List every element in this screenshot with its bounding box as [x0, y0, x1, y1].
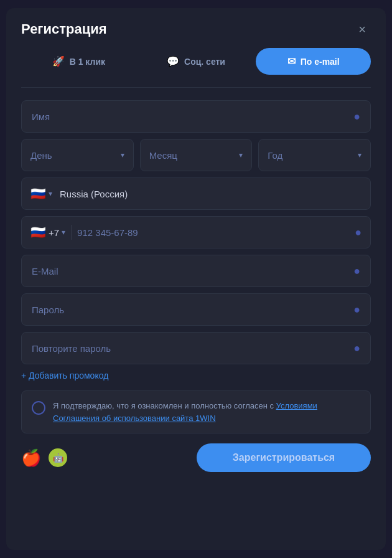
modal-title: Регистрация	[21, 21, 107, 37]
phone-flag-icon: 🇷🇺	[30, 225, 46, 240]
flag-dropdown[interactable]: 🇷🇺 ▾	[30, 186, 52, 201]
rocket-icon: 🚀	[52, 55, 65, 67]
email-input[interactable]	[32, 266, 348, 277]
year-select[interactable]: Год ▾	[258, 139, 371, 171]
year-chevron-icon: ▾	[358, 151, 362, 159]
email-field-container: ●	[21, 255, 371, 287]
apple-store-icon[interactable]: 🍎	[21, 448, 41, 468]
phone-input[interactable]	[77, 227, 345, 238]
name-field-container: ●	[21, 100, 371, 133]
tab-one-click[interactable]: 🚀 В 1 клик	[21, 48, 136, 75]
email-dot: ●	[353, 265, 360, 278]
close-button[interactable]: ×	[353, 21, 371, 38]
month-label: Месяц	[149, 150, 177, 161]
phone-prefix-area[interactable]: 🇷🇺 +7 ▾	[30, 225, 72, 240]
phone-dot: ●	[355, 226, 362, 239]
year-label: Год	[268, 150, 282, 161]
password-dot: ●	[353, 303, 360, 316]
password-input[interactable]	[32, 305, 348, 315]
country-chevron-icon: ▾	[49, 189, 52, 198]
name-dot: ●	[353, 110, 360, 123]
tab-social[interactable]: 💬 Соц. сети	[139, 48, 254, 75]
day-label: День	[30, 150, 52, 161]
bottom-row: 🍎 🤖 Зарегистрироваться	[6, 443, 386, 472]
form-section: ● День ▾ Месяц ▾ Год ▾ 🇷🇺 ▾ Russia (Росс	[6, 100, 386, 433]
phone-chevron-icon: ▾	[62, 228, 65, 237]
registration-modal: Регистрация × 🚀 В 1 клик 💬 Соц. сети ✉ П…	[6, 8, 386, 550]
day-select[interactable]: День ▾	[21, 139, 134, 171]
month-select[interactable]: Месяц ▾	[140, 139, 253, 171]
store-icons: 🍎 🤖	[21, 448, 67, 468]
register-button[interactable]: Зарегистрироваться	[197, 443, 371, 472]
confirm-password-input[interactable]	[32, 343, 348, 354]
confirm-password-dot: ●	[353, 342, 360, 355]
russia-flag-icon: 🇷🇺	[30, 186, 46, 201]
divider	[21, 87, 371, 88]
phone-code: +7	[49, 227, 59, 238]
promo-code-link[interactable]: + Добавить промокод	[21, 371, 371, 381]
tab-email[interactable]: ✉ По e-mail	[256, 48, 371, 75]
name-input[interactable]	[32, 111, 348, 122]
email-icon: ✉	[287, 55, 296, 67]
country-name: Russia (Россия)	[60, 189, 128, 199]
terms-text: Я подтверждаю, что я ознакомлен и полнос…	[53, 400, 360, 424]
terms-row: Я подтверждаю, что я ознакомлен и полнос…	[21, 390, 371, 433]
day-chevron-icon: ▾	[121, 151, 124, 159]
password-field-container: ●	[21, 293, 371, 326]
date-row: День ▾ Месяц ▾ Год ▾	[21, 139, 371, 171]
chat-icon: 💬	[167, 55, 179, 67]
confirm-password-field-container: ●	[21, 332, 371, 364]
country-field[interactable]: 🇷🇺 ▾ Russia (Россия)	[21, 177, 371, 210]
modal-header: Регистрация ×	[6, 8, 386, 48]
month-chevron-icon: ▾	[239, 151, 243, 159]
terms-checkbox[interactable]	[32, 401, 45, 415]
tabs-row: 🚀 В 1 клик 💬 Соц. сети ✉ По e-mail	[21, 48, 371, 75]
phone-field: 🇷🇺 +7 ▾ ●	[21, 216, 371, 248]
android-store-icon[interactable]: 🤖	[49, 448, 67, 467]
